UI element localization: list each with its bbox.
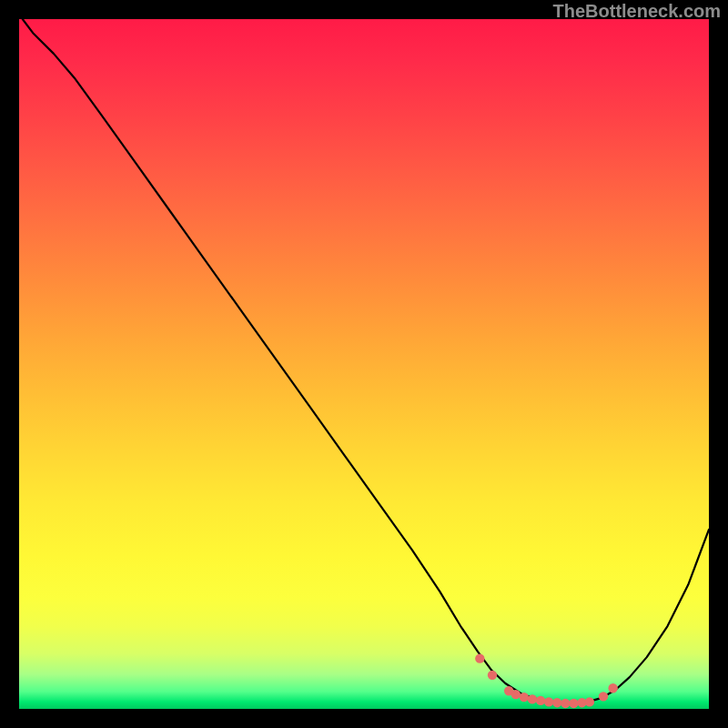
highlight-dot <box>544 697 553 706</box>
highlight-dot <box>536 696 545 705</box>
curve-line <box>23 19 709 704</box>
plot-area <box>19 19 709 709</box>
highlight-dot <box>561 699 570 708</box>
highlight-dot <box>488 671 497 680</box>
highlight-dot <box>475 653 484 662</box>
highlight-dot <box>608 683 617 693</box>
highlight-dot <box>585 697 594 706</box>
highlight-dot <box>552 698 561 707</box>
highlight-dot <box>528 694 537 703</box>
highlight-dot <box>569 699 578 708</box>
highlight-dot <box>599 692 608 701</box>
frame: TheBottleneck.com <box>0 0 728 728</box>
highlight-dot <box>511 690 521 699</box>
highlight-dot <box>520 693 529 702</box>
watermark-text: TheBottleneck.com <box>553 1 721 22</box>
chart-svg <box>19 19 709 709</box>
